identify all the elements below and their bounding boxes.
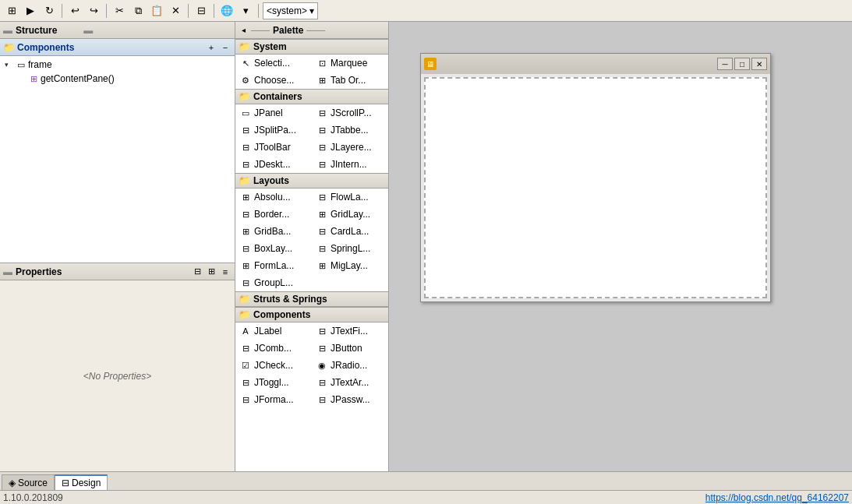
globe-toolbar-btn[interactable]: 🌐 — [218, 2, 235, 19]
palette-item-jpanel[interactable]: ▭ JPanel — [235, 104, 312, 122]
boxlayout-icon: ⊟ — [239, 242, 252, 255]
redo-toolbar-btn[interactable]: ↪ — [85, 2, 102, 19]
palette-item-jtextfield[interactable]: ⊟ JTextFi... — [312, 322, 388, 340]
palette-item-springlayout[interactable]: ⊟ SpringL... — [312, 240, 388, 257]
palette-item-jcombobox[interactable]: ⊟ JComb... — [235, 340, 312, 357]
main-area: ▬ Structure ▬ 📁 Components + − ▾ ▭ frame — [0, 22, 852, 471]
layouts-section-icon: 📁 — [239, 175, 250, 186]
properties-actions: ⊟ ⊞ ≡ — [191, 266, 232, 278]
palette-item-jsplitpane[interactable]: ⊟ JSplitPa... — [235, 122, 312, 139]
palette-item-gridlayout[interactable]: ⊞ GridLay... — [312, 206, 388, 223]
tab-design[interactable]: ⊟ Design — [55, 474, 108, 490]
palette-item-absolutelayout[interactable]: ⊞ Absolu... — [235, 189, 312, 206]
palette-item-jtoolbar[interactable]: ⊟ JToolBar — [235, 139, 312, 156]
palette-header: ◂ —— Palette —— — [235, 22, 388, 39]
frame-maximize-btn[interactable]: □ — [734, 58, 750, 70]
tree-label-getcontentpane: getContentPane() — [41, 73, 115, 84]
frame-minimize-btn[interactable]: ─ — [717, 58, 733, 70]
palette-item-miglayout[interactable]: ⊞ MigLay... — [312, 257, 388, 274]
layouts-section-title: Layouts — [253, 175, 289, 186]
frame-close-btn[interactable]: ✕ — [751, 58, 767, 70]
palette-item-marquee[interactable]: ⊡ Marquee — [312, 55, 388, 72]
palette-item-jformattedtf[interactable]: ⊟ JForma... — [235, 391, 312, 408]
status-bar: 1.10.0.201809 https://blog.csdn.net/qq_6… — [0, 490, 852, 504]
jtextfield-label: JTextFi... — [331, 326, 368, 337]
jtogglebutton-label: JToggl... — [254, 377, 289, 388]
palette-item-cardlayout[interactable]: ⊟ CardLa... — [312, 223, 388, 240]
choose-label: Choose... — [254, 75, 294, 86]
paste-toolbar-btn[interactable]: 📋 — [148, 2, 165, 19]
properties-btn1[interactable]: ⊟ — [191, 266, 203, 278]
layout-toolbar-btn[interactable]: ⊟ — [193, 2, 210, 19]
properties-panel: ▬ Properties ⊟ ⊞ ≡ <No Properties> — [0, 263, 235, 471]
choose-icon: ⚙ — [239, 74, 252, 86]
cut-toolbar-btn[interactable]: ✂ — [111, 2, 128, 19]
palette-item-jpassword[interactable]: ⊟ JPassw... — [312, 391, 388, 408]
jcombobox-label: JComb... — [254, 343, 292, 354]
jdesktoppane-icon: ⊟ — [239, 158, 252, 171]
jpanel-icon: ▭ — [239, 107, 252, 119]
design-tab-icon: ⊟ — [62, 478, 69, 488]
containers-items-grid: ▭ JPanel ⊟ JScrollP... ⊟ JSplitPa... ⊟ J… — [235, 104, 388, 173]
delete-toolbar-btn[interactable]: ✕ — [167, 2, 184, 19]
miglayout-label: MigLay... — [331, 260, 368, 271]
palette-item-jradiobutton[interactable]: ◉ JRadio... — [312, 357, 388, 374]
tree-item-frame[interactable]: ▾ ▭ frame — [3, 58, 232, 72]
source-tab-icon: ◈ — [9, 478, 16, 488]
palette-item-jcheckbox[interactable]: ☑ JCheck... — [235, 357, 312, 374]
borderlayout-icon: ⊟ — [239, 208, 252, 220]
jradiobutton-label: JRadio... — [331, 360, 367, 371]
palette-toolbar-btn[interactable]: ⊞ — [3, 2, 20, 19]
copy-toolbar-btn[interactable]: ⧉ — [129, 2, 147, 19]
jcheckbox-label: JCheck... — [254, 360, 293, 371]
palette-item-jtabbedpane[interactable]: ⊟ JTabbe... — [312, 122, 388, 139]
status-link[interactable]: https://blog.csdn.net/qq_64162207 — [705, 492, 849, 503]
components-items-grid: A JLabel ⊟ JTextFi... ⊟ JComb... ⊟ JButt… — [235, 322, 388, 408]
palette-item-jlayeredpane[interactable]: ⊟ JLayere... — [312, 139, 388, 156]
palette-item-choose[interactable]: ⚙ Choose... — [235, 72, 312, 89]
properties-btn2[interactable]: ⊞ — [205, 266, 217, 278]
jformattedtf-icon: ⊟ — [239, 393, 252, 406]
add-component-btn[interactable]: + — [205, 41, 217, 54]
palette-title: Palette — [273, 25, 303, 36]
palette-item-boxlayout[interactable]: ⊟ BoxLay... — [235, 240, 312, 257]
system-dropdown[interactable]: <system> ▾ — [263, 2, 318, 19]
refresh-toolbar-btn[interactable]: ↻ — [41, 2, 58, 19]
globe-dropdown-btn[interactable]: ▾ — [237, 2, 254, 19]
palette-item-grouplayout[interactable]: ⊟ GroupL... — [235, 274, 312, 291]
palette-item-jtextarea[interactable]: ⊟ JTextAr... — [312, 374, 388, 391]
undo-toolbar-btn[interactable]: ↩ — [66, 2, 83, 19]
bottom-tabs: ◈ Source ⊟ Design — [0, 471, 852, 490]
palette-item-flowlayout[interactable]: ⊟ FlowLa... — [312, 189, 388, 206]
palette-item-borderlayout[interactable]: ⊟ Border... — [235, 206, 312, 223]
preview-toolbar-btn[interactable]: ▶ — [22, 2, 39, 19]
jtextarea-label: JTextAr... — [331, 377, 369, 388]
jtoolbar-label: JToolBar — [254, 142, 291, 153]
palette-item-jscrollpane[interactable]: ⊟ JScrollP... — [312, 104, 388, 122]
jpanel-label: JPanel — [254, 107, 283, 118]
flowlayout-label: FlowLa... — [331, 192, 369, 203]
palette-item-jinternalframe[interactable]: ⊟ JIntern... — [312, 156, 388, 173]
palette-item-jbutton[interactable]: ⊟ JButton — [312, 340, 388, 357]
palette-item-selection[interactable]: ↖ Selecti... — [235, 55, 312, 72]
layouts-items-grid: ⊞ Absolu... ⊟ FlowLa... ⊟ Border... ⊞ Gr… — [235, 189, 388, 291]
remove-component-btn[interactable]: − — [219, 41, 232, 54]
structure-dash2-icon: ▬ — [83, 25, 93, 36]
left-panel: ▬ Structure ▬ 📁 Components + − ▾ ▭ frame — [0, 22, 235, 471]
tab-source[interactable]: ◈ Source — [2, 474, 55, 490]
properties-btn3[interactable]: ≡ — [219, 266, 232, 278]
palette-scroll[interactable]: 📁 System ↖ Selecti... ⊡ Marquee ⚙ Choose… — [235, 39, 388, 471]
palette-item-jlabel[interactable]: A JLabel — [235, 322, 312, 340]
tree-label-frame: frame — [28, 59, 52, 70]
palette-item-gridbaglayout[interactable]: ⊞ GridBa... — [235, 223, 312, 240]
properties-panel-title: Properties — [16, 266, 62, 277]
palette-item-formlayout[interactable]: ⊞ FormLa... — [235, 257, 312, 274]
structure-dash-icon: ▬ — [3, 25, 12, 36]
selection-icon: ↖ — [239, 57, 252, 69]
jformattedtf-label: JForma... — [254, 394, 294, 405]
palette-item-taborder[interactable]: ⊞ Tab Or... — [312, 72, 388, 89]
palette-item-jtogglebutton[interactable]: ⊟ JToggl... — [235, 374, 312, 391]
tree-item-getcontentpane[interactable]: ⊞ getContentPane() — [3, 72, 232, 86]
palette-collapse-btn[interactable]: ◂ — [239, 26, 248, 35]
palette-item-jdesktoppane[interactable]: ⊟ JDeskt... — [235, 156, 312, 173]
